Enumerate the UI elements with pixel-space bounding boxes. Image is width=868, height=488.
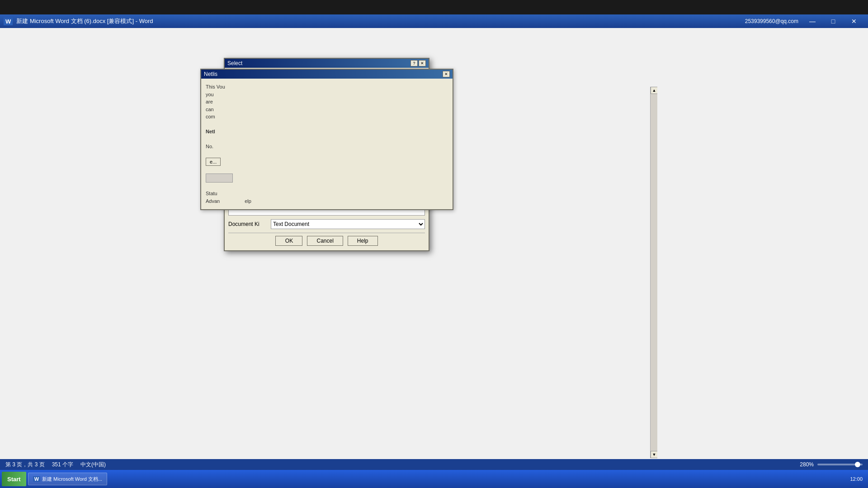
word-user: 2539399560@qq.com (745, 18, 798, 24)
select-close-title-btn[interactable]: ✕ (419, 60, 426, 66)
select-dialog-body: Database MyDesign1.ddb Add ... — (225, 68, 429, 250)
select-help-title-btn[interactable]: ? (410, 60, 418, 66)
right-scrollbar: ▲ ▼ (650, 87, 657, 458)
word-lang: 中文(中国) (80, 461, 106, 469)
tree-documents-item[interactable]: — Documents (238, 108, 423, 115)
tree-root-children: — Documents (238, 108, 423, 122)
word-titlebar: W 新建 Microsoft Word 文档 (6).docx [兼容模式] -… (0, 14, 868, 28)
select-dialog-controls: ? ✕ (410, 60, 426, 66)
taskbar-time: 12:00 (850, 476, 863, 482)
select-help-btn[interactable]: Help (348, 236, 378, 246)
word-controls: — □ ✕ (802, 14, 864, 28)
tree-root-icon (237, 101, 244, 107)
taskbar-word-item[interactable]: W 新建 Microsoft Word 文档... (28, 473, 107, 485)
select-dropdown-row: MyDesign1.ddb Add ... (228, 85, 425, 95)
word-statusbar-right: 280% (800, 461, 863, 468)
select-dialog-titlebar: Select ? ✕ (225, 59, 429, 68)
select-tab-database[interactable]: Database (228, 71, 265, 81)
doc-kind-row: Document Ki Text Document (228, 219, 425, 229)
tree-documents-label: Documents (252, 108, 282, 114)
word-close-btn[interactable]: ✕ (844, 14, 864, 28)
word-statusbar: 第 3 页，共 3 页 351 个字 中文(中国) 280% (0, 459, 868, 470)
word-maximize-btn[interactable]: □ (823, 14, 844, 28)
word-word-count: 351 个字 (52, 461, 73, 469)
zoom-slider[interactable] (817, 464, 863, 465)
tree-root-expand[interactable]: — (231, 102, 236, 107)
word-window: W 新建 Microsoft Word 文档 (6).docx [兼容模式] -… (0, 14, 868, 471)
tree-sheet1-label[interactable]: Sheet1.NET (259, 115, 292, 122)
tree-root-label: MyDesign1.ddb (245, 101, 284, 107)
select-database-dropdown[interactable]: MyDesign1.ddb (228, 85, 396, 95)
scroll-down-btn[interactable]: ▼ (651, 451, 657, 458)
word-icon: W (4, 18, 13, 25)
tree-folder-icon (244, 108, 251, 114)
word-minimize-btn[interactable]: — (802, 14, 823, 28)
select-dialog-footer: OK Cancel Help (228, 233, 425, 247)
taskbar-tray: 12:00 (850, 476, 866, 482)
tree-documents-expand[interactable]: — (238, 109, 243, 114)
select-cancel-btn[interactable]: Cancel (307, 236, 343, 246)
select-dialog[interactable]: Select ? ✕ Database MyDesign1.ddb Add ..… (224, 58, 429, 251)
tree-root-item[interactable]: — MyDesign1.ddb (231, 100, 423, 108)
taskbar: Start W 新建 Microsoft Word 文档... 12:00 (0, 470, 868, 488)
word-zoom-label: 280% (800, 461, 814, 468)
doc-kind-label: Document Ki (228, 221, 269, 227)
word-page-info: 第 3 页，共 3 页 (5, 461, 45, 469)
scroll-track[interactable] (651, 94, 657, 451)
select-dialog-title: Select (227, 60, 242, 66)
zoom-thumb[interactable] (855, 462, 860, 467)
tree-sheet1-item[interactable]: Sheet1.NET (245, 115, 423, 122)
taskbar-start[interactable]: Start (2, 472, 26, 486)
word-title: 新建 Microsoft Word 文档 (6).docx [兼容模式] - W… (16, 17, 153, 25)
tree-documents-children: Sheet1.NET (245, 115, 423, 122)
select-tree-area[interactable]: — MyDesign1.ddb — (228, 98, 425, 216)
select-add-btn[interactable]: Add ... (399, 86, 425, 95)
scroll-up-btn[interactable]: ▲ (651, 87, 657, 94)
doc-kind-select[interactable]: Text Document (271, 219, 425, 229)
tree-sheet1-icon (251, 115, 259, 122)
select-dialog-tabs: Database (228, 71, 425, 82)
select-ok-btn[interactable]: OK (275, 236, 302, 246)
